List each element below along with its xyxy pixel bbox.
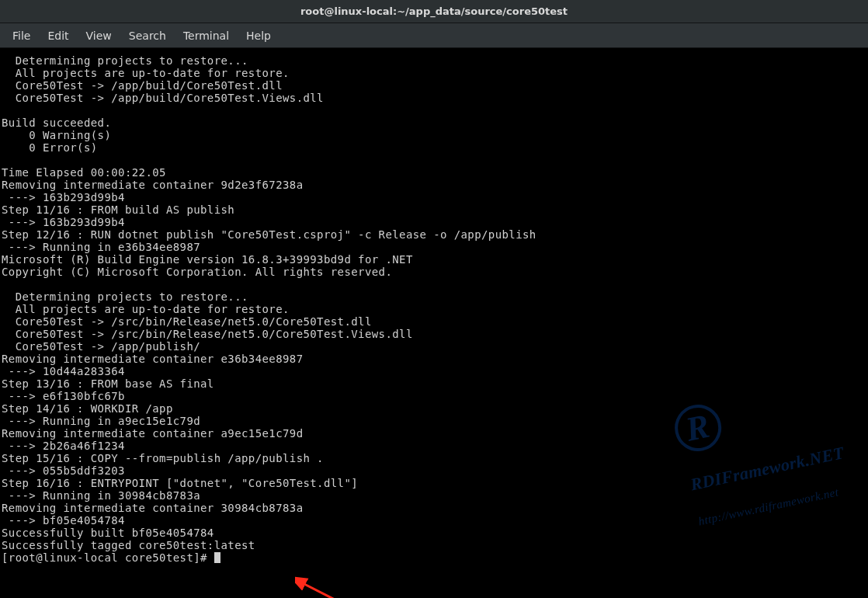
watermark-title: RDIFramework.NET xyxy=(689,447,845,492)
watermark-url: http://www.rdiframework.net xyxy=(697,483,852,528)
terminal-output[interactable]: Determining projects to restore... All p… xyxy=(0,48,868,598)
svg-line-0 xyxy=(301,582,380,598)
menu-search[interactable]: Search xyxy=(121,26,174,45)
window-title: root@linux-local:~/app_data/source/core5… xyxy=(300,5,568,17)
cursor-icon xyxy=(214,552,220,563)
menu-edit[interactable]: Edit xyxy=(40,26,76,45)
watermark-logo-icon: R xyxy=(670,401,725,456)
menu-help[interactable]: Help xyxy=(238,26,279,45)
menubar: File Edit View Search Terminal Help xyxy=(0,23,868,48)
menu-file[interactable]: File xyxy=(5,26,38,45)
annotation-arrow-icon xyxy=(295,576,388,598)
window-titlebar: root@linux-local:~/app_data/source/core5… xyxy=(0,0,868,23)
watermark: R RDIFramework.NET http://www.rdiframewo… xyxy=(656,364,861,568)
menu-terminal[interactable]: Terminal xyxy=(175,26,237,45)
terminal-prompt: [root@linux-local core50test]# xyxy=(2,551,214,564)
terminal-text: Determining projects to restore... All p… xyxy=(2,54,536,551)
menu-view[interactable]: View xyxy=(78,26,120,45)
